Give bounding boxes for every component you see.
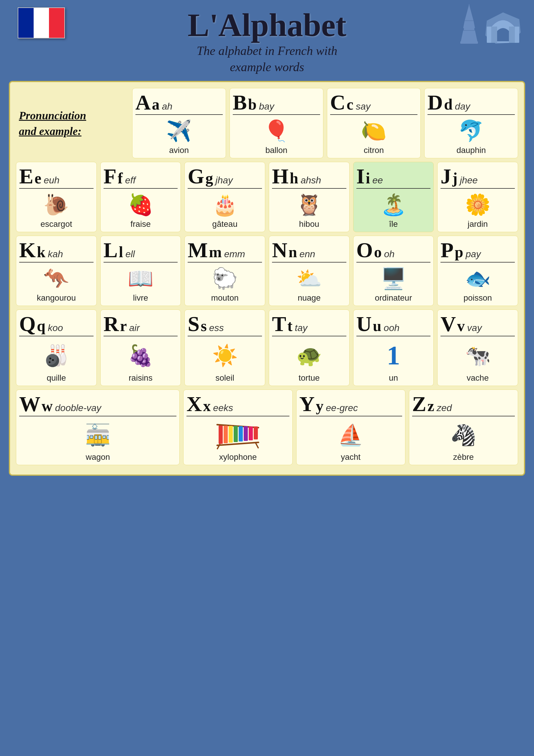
svg-rect-16 — [224, 425, 228, 443]
letter-header-q: Q q koo — [19, 313, 93, 337]
phonetic-b: bay — [259, 101, 274, 112]
letter-upper-w: W — [19, 393, 40, 415]
letter-upper-u: U — [356, 313, 372, 335]
svg-rect-15 — [218, 425, 223, 444]
letter-card-x: X x eeks — [183, 390, 292, 465]
paris-decorations — [457, 3, 522, 44]
word-nuage: nuage — [298, 293, 321, 303]
letter-card-a: A a ah ✈️ avion — [132, 88, 226, 158]
letter-card-o: O o oh 🖥️ ordinateur — [353, 236, 434, 306]
letter-lower-n: n — [289, 245, 297, 260]
letter-lower-b: b — [248, 97, 257, 112]
phonetic-i: ee — [372, 175, 383, 186]
letter-upper-n: N — [272, 239, 287, 261]
phonetic-c: say — [356, 101, 370, 112]
phonetic-k: kah — [48, 249, 63, 259]
word-ordinateur: ordinateur — [375, 293, 412, 303]
image-grapes: 🍇 — [128, 340, 153, 371]
flag-white-stripe — [34, 8, 49, 38]
image-kangaroo: 🦘 — [43, 266, 69, 291]
phonetic-s: ess — [209, 322, 224, 334]
word-dauphin: dauphin — [456, 146, 486, 155]
letter-upper-o: O — [356, 239, 373, 261]
image-computer: 🖥️ — [381, 266, 406, 291]
svg-line-14 — [217, 443, 258, 445]
letter-lower-k: k — [37, 245, 45, 260]
svg-rect-21 — [249, 426, 253, 440]
letter-card-g: G g jhay 🎂 gâteau — [184, 162, 265, 232]
letter-upper-f: F — [104, 166, 116, 187]
phonetic-p: pay — [466, 249, 481, 259]
letter-card-y: Y y ee-grec ⛵ yacht — [296, 390, 405, 465]
letter-lower-i: i — [366, 171, 370, 186]
letter-upper-j: J — [441, 166, 451, 187]
intro-text: Pronunciation and example: — [19, 108, 86, 139]
word-un: un — [389, 373, 398, 383]
letter-header-w: W w dooble-vay — [19, 393, 176, 417]
letter-card-l: L l ell 📖 livre — [100, 236, 181, 306]
letter-header-x: X x eeks — [187, 393, 289, 417]
eiffel-tower-icon — [457, 3, 481, 44]
letter-lower-d: d — [444, 97, 453, 112]
letter-header-g: G g jhay — [188, 166, 262, 189]
word-citron: citron — [364, 146, 384, 155]
phonetic-q: koo — [48, 322, 63, 334]
image-sun: ☀️ — [212, 340, 238, 371]
letter-card-i: I i ee 🏝️ île — [353, 162, 434, 232]
svg-rect-12 — [497, 31, 509, 41]
letter-card-d: D d day 🐬 dauphin — [424, 88, 518, 158]
phonetic-x: eeks — [213, 402, 233, 414]
svg-rect-19 — [239, 426, 243, 442]
image-sheep: 🐑 — [212, 266, 238, 291]
letter-card-v: V v vay 🐄 vache — [437, 310, 518, 386]
flag-red-stripe — [49, 8, 64, 38]
word-ballon: ballon — [265, 146, 287, 155]
letter-card-e: E e euh 🐌 escargot — [16, 162, 97, 232]
letter-lower-p: p — [455, 245, 463, 260]
letter-header-v: V v vay — [441, 313, 515, 337]
word-escargot: escargot — [40, 219, 72, 229]
word-tortue: tortue — [298, 373, 320, 383]
letter-upper-h: H — [272, 166, 289, 187]
letter-header-b: B b bay — [233, 92, 320, 115]
letter-upper-y: Y — [299, 393, 315, 415]
word-yacht: yacht — [341, 452, 361, 462]
word-livre: livre — [133, 293, 148, 303]
letter-upper-z: Z — [412, 393, 426, 415]
image-book: 📖 — [128, 266, 153, 291]
word-avion: avion — [169, 146, 189, 155]
letter-lower-z: z — [427, 398, 434, 414]
letter-card-n: N n enn ⛅ nuage — [269, 236, 350, 306]
letter-card-r: R r air 🍇 raisins — [100, 310, 181, 386]
letter-upper-i: I — [356, 166, 365, 187]
letter-lower-x: x — [203, 398, 211, 414]
letter-lower-r: r — [120, 318, 127, 334]
letter-lower-f: f — [118, 171, 123, 186]
word-soleil: soleil — [216, 373, 234, 383]
word-raisins: raisins — [129, 373, 153, 383]
letter-card-u: U u ooh 1 un — [353, 310, 434, 386]
letter-card-p: P p pay 🐟 poisson — [437, 236, 518, 306]
letter-lower-s: s — [201, 318, 207, 334]
letter-lower-g: g — [205, 171, 213, 186]
phonetic-d: day — [455, 101, 470, 112]
svg-rect-17 — [229, 426, 233, 443]
main-content: Pronunciation and example: A a ah ✈️ avi… — [9, 81, 525, 476]
row-5: W w dooble-vay 🚋 wagon X x eeks — [16, 390, 518, 465]
svg-rect-10 — [491, 27, 497, 43]
svg-rect-20 — [244, 426, 248, 441]
letter-lower-j: j — [452, 171, 457, 186]
phonetic-z: zed — [437, 402, 452, 414]
image-tram: 🚋 — [85, 420, 111, 450]
phonetic-m: emm — [224, 249, 245, 259]
row-1: Pronunciation and example: A a ah ✈️ avi… — [16, 88, 518, 158]
image-snail: 🐌 — [43, 193, 69, 217]
header-center: L'Alphabet The alphabet in French with e… — [188, 9, 346, 75]
word-wagon: wagon — [86, 452, 110, 462]
letter-upper-d: D — [427, 92, 443, 113]
letter-header-e: E e euh — [19, 166, 93, 189]
svg-line-24 — [256, 443, 258, 448]
letter-header-r: R r air — [104, 313, 178, 337]
flag-blue-stripe — [18, 8, 34, 38]
letter-card-c: C c say 🍋 citron — [327, 88, 421, 158]
